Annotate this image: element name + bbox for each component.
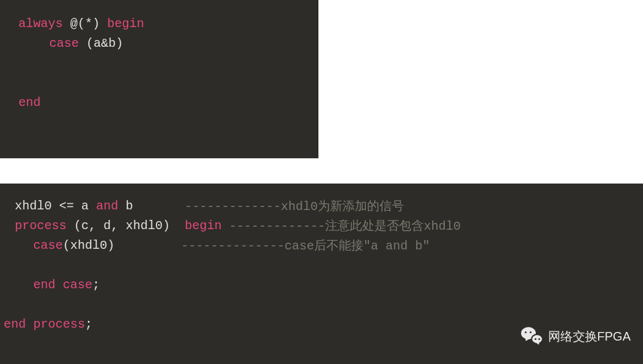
wechat-icon [521,327,543,346]
code-line: always @(*) begin [0,14,318,33]
code-token: case [63,278,92,292]
code-token: process [33,317,85,331]
code-token: ; [92,278,100,292]
code-line [0,73,318,92]
verilog-code-block: always @(*) begincase (a&b)end [0,0,318,158]
code-token: always [18,17,63,31]
code-token: and [96,199,118,213]
code-token: @(*) [63,17,107,31]
code-token: b [118,199,133,213]
code-token [26,317,33,331]
code-token: (xhdl0) [63,238,115,253]
code-token: ; [85,317,92,331]
code-token: --------------case后不能接"a and b" [115,237,430,254]
code-line [0,294,643,314]
code-line [0,255,643,275]
code-token: begin [185,219,222,233]
code-line: case (a&b) [0,33,318,53]
code-token: begin [107,17,144,31]
code-token: end [33,278,55,292]
watermark: 网络交换FPGA [521,327,631,346]
code-token: end [4,317,26,331]
code-line: case(xhdl0) --------------case后不能接"a and… [0,235,643,255]
code-token: -------------xhdl0为新添加的信号 [133,198,404,214]
code-token: case [49,36,79,51]
code-line [0,53,318,73]
code-token: end [18,95,41,110]
code-token: (a&b) [79,36,123,51]
code-token: (c, d, xhdl0) [67,219,185,233]
code-token: xhdl0 <= a [15,199,96,213]
code-token: case [33,238,63,253]
code-token: process [15,219,67,233]
watermark-label: 网络交换FPGA [548,328,631,345]
code-line: end [0,92,318,112]
code-token: -------------注意此处是否包含xhdl0 [222,217,461,234]
code-line: xhdl0 <= a and b -------------xhdl0为新添加的… [0,196,643,216]
code-line: end case; [0,275,643,294]
code-line: process (c, d, xhdl0) begin ------------… [0,216,643,235]
code-token [55,278,63,292]
